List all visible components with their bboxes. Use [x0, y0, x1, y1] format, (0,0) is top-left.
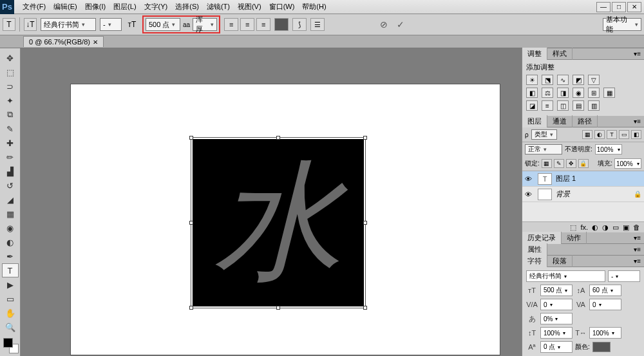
menu-view[interactable]: 视图(V) — [234, 1, 265, 13]
props-menu-icon[interactable]: ▾≡ — [630, 246, 644, 253]
adj-thresh-icon[interactable]: ◫ — [557, 100, 569, 111]
layers-menu-icon[interactable]: ▾≡ — [630, 118, 644, 125]
menu-edit[interactable]: 编辑(E) — [50, 1, 80, 13]
handle-e[interactable] — [363, 221, 367, 225]
canvas-area[interactable]: 水 — [21, 48, 522, 356]
menu-help[interactable]: 帮助(H) — [299, 1, 329, 13]
cancel-icon[interactable]: ⊘ — [377, 18, 390, 31]
adj-grad-icon[interactable]: ▤ — [573, 100, 584, 111]
minimize-button[interactable]: — — [596, 2, 611, 12]
char-tw-input[interactable]: 100% — [540, 327, 573, 339]
char-color-swatch[interactable] — [592, 342, 611, 352]
handle-sw[interactable] — [189, 306, 193, 310]
lock-pos-icon[interactable]: ✥ — [566, 159, 576, 168]
menu-window[interactable]: 窗口(W) — [266, 1, 298, 13]
char-va-dropdown[interactable]: 0 — [540, 299, 573, 310]
menu-layer[interactable]: 图层(L) — [110, 1, 139, 13]
transform-bounds[interactable] — [191, 137, 366, 308]
char-panel-button[interactable]: ☰ — [310, 18, 325, 31]
fill-input[interactable]: 100% — [614, 158, 641, 169]
char-tracking-dropdown[interactable]: 0 — [589, 299, 621, 310]
menu-filter[interactable]: 滤镜(T) — [204, 1, 233, 13]
layer-row[interactable]: 👁 背景 🔒 — [522, 187, 644, 202]
align-left-button[interactable]: ≡ — [224, 18, 238, 31]
adj-lookup-icon[interactable]: ▦ — [603, 88, 615, 98]
font-family-dropdown[interactable]: 经典行书简 — [41, 18, 96, 31]
font-size-dropdown[interactable]: 500 点 — [146, 18, 180, 31]
filter-type-icon[interactable]: T — [607, 130, 617, 139]
orientation-icon[interactable]: ↓T — [24, 18, 37, 31]
layer-row[interactable]: 👁 T 图层 1 — [522, 171, 644, 187]
lock-paint-icon[interactable]: ✎ — [554, 159, 564, 168]
panel-menu-icon[interactable]: ▾≡ — [630, 50, 644, 57]
char-size-dropdown[interactable]: 500 点 — [540, 285, 573, 296]
adj-photo-icon[interactable]: ◉ — [573, 88, 584, 98]
adj-layer-icon[interactable]: ◑ — [602, 223, 609, 232]
blur-tool[interactable]: ◉ — [2, 221, 19, 235]
adj-mixer-icon[interactable]: ⊞ — [588, 88, 600, 98]
menu-type[interactable]: 文字(Y) — [141, 1, 171, 13]
filter-image-icon[interactable]: ▦ — [582, 130, 592, 139]
char-font-dropdown[interactable]: 经典行书简 — [526, 270, 605, 282]
marquee-tool[interactable]: ⬚ — [2, 65, 19, 79]
lasso-tool[interactable]: ⊃ — [2, 79, 19, 93]
text-color-swatch[interactable] — [274, 18, 289, 31]
tab-layers[interactable]: 图层 — [522, 115, 547, 127]
mask-icon[interactable]: ◐ — [592, 223, 598, 232]
layer-name[interactable]: 图层 1 — [556, 174, 576, 183]
char-scale-dropdown[interactable]: 0% — [540, 313, 573, 324]
adj-select-icon[interactable]: ▥ — [588, 100, 600, 111]
filter-shape-icon[interactable]: ▭ — [619, 130, 629, 139]
handle-se[interactable] — [363, 306, 367, 310]
adj-invert-icon[interactable]: ◪ — [526, 100, 538, 111]
new-layer-icon[interactable]: ▣ — [623, 223, 629, 232]
adj-post-icon[interactable]: ≡ — [542, 100, 553, 111]
lock-all-icon[interactable]: 🔒 — [578, 159, 589, 168]
wand-tool[interactable]: ✦ — [2, 93, 19, 108]
handle-w[interactable] — [189, 221, 193, 225]
commit-icon[interactable]: ✓ — [394, 18, 407, 31]
warp-text-button[interactable]: ⟆ — [292, 18, 307, 31]
adj-curves-icon[interactable]: ∿ — [557, 75, 569, 85]
filter-adj-icon[interactable]: ◐ — [594, 130, 605, 139]
workspace-dropdown[interactable]: 基本功能 — [603, 18, 641, 31]
close-button[interactable]: ✕ — [627, 2, 641, 12]
handle-ne[interactable] — [363, 136, 367, 140]
history-menu-icon[interactable]: ▾≡ — [630, 234, 644, 241]
gradient-tool[interactable]: ▦ — [2, 207, 19, 221]
char-baseline-input[interactable]: 0 点 — [540, 341, 573, 353]
adj-levels-icon[interactable]: ⬔ — [542, 75, 553, 85]
tab-styles[interactable]: 样式 — [547, 48, 573, 60]
char-menu-icon[interactable]: ▾≡ — [630, 258, 644, 265]
shape-tool[interactable]: ▭ — [2, 292, 19, 306]
adj-bw-icon[interactable]: ◨ — [557, 88, 569, 98]
layer-kind-dropdown[interactable]: 类型 — [531, 129, 557, 140]
handle-n[interactable] — [276, 136, 280, 140]
handle-s[interactable] — [276, 306, 280, 310]
history-brush-tool[interactable]: ↺ — [2, 178, 19, 192]
maximize-button[interactable]: □ — [612, 2, 626, 12]
document-tab[interactable]: 0 @ 66.7%(RGB/8) ✕ — [23, 36, 104, 47]
handle-nw[interactable] — [189, 136, 193, 140]
move-tool[interactable]: ✥ — [2, 51, 19, 65]
tab-properties[interactable]: 属性 — [522, 243, 547, 256]
close-tab-icon[interactable]: ✕ — [93, 39, 98, 46]
filter-smart-icon[interactable]: ◧ — [631, 130, 641, 139]
align-center-button[interactable]: ≡ — [240, 18, 254, 31]
blend-mode-dropdown[interactable]: 正常 — [525, 144, 562, 155]
char-leading-dropdown[interactable]: 60 点 — [589, 285, 621, 296]
brush-tool[interactable]: ✏ — [2, 150, 19, 164]
eraser-tool[interactable]: ◢ — [2, 192, 19, 207]
heal-tool[interactable]: ✚ — [2, 136, 19, 150]
visibility-icon[interactable]: 👁 — [525, 191, 534, 198]
hand-tool[interactable]: ✋ — [2, 306, 19, 320]
zoom-tool[interactable]: 🔍 — [2, 320, 19, 334]
tab-paths[interactable]: 路径 — [573, 115, 598, 127]
char-th-input[interactable]: 100% — [589, 327, 621, 339]
crop-tool[interactable]: ⧉ — [2, 108, 19, 122]
tab-actions[interactable]: 动作 — [562, 232, 587, 244]
adj-vibrance-icon[interactable]: ▽ — [588, 75, 600, 85]
tab-channels[interactable]: 通道 — [547, 115, 573, 127]
lock-trans-icon[interactable]: ▦ — [542, 159, 552, 168]
char-style-dropdown[interactable]: - — [608, 270, 640, 282]
